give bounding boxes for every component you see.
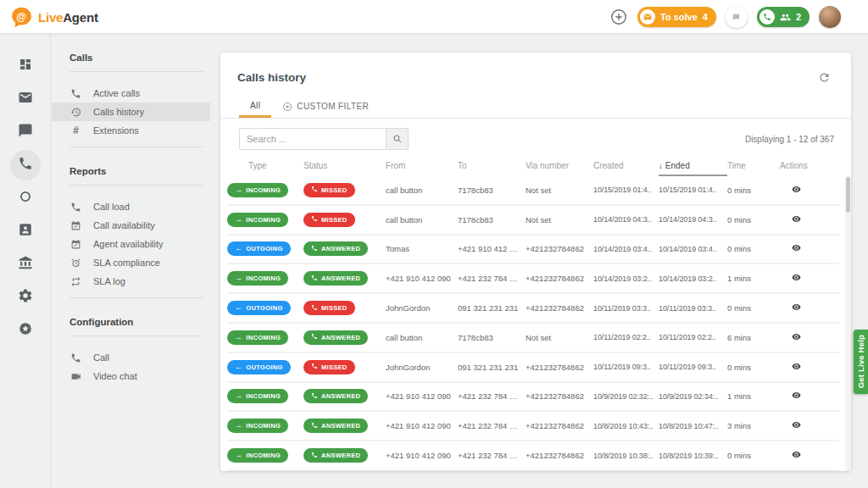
cell-from: call button	[386, 215, 458, 225]
sidebar-item-call-availability[interactable]: Call availability	[52, 216, 210, 235]
refresh-button[interactable]	[818, 71, 831, 84]
cell-to: +421 232 784 862	[458, 274, 526, 283]
table-row[interactable]: ←OUTGOINGMISSEDJohnGordon091 321 231 231…	[227, 294, 839, 324]
sidebar-item-extensions[interactable]: #Extensions	[52, 121, 210, 140]
cell-to: +421 232 784 862	[458, 451, 526, 460]
table-row[interactable]: →INCOMINGANSWERED+421 910 412 090+421 23…	[227, 264, 839, 294]
rail-item-contacts[interactable]	[10, 216, 41, 247]
cell-type: ←OUTGOING	[227, 241, 303, 256]
sidebar-item-call[interactable]: Call	[52, 348, 210, 367]
agents-online-count: 2	[796, 12, 801, 22]
sidebar-item-label: SLA log	[93, 276, 125, 286]
rail-item-extras[interactable]	[10, 315, 41, 346]
table-row[interactable]: →INCOMINGMISSEDcall button7178cb83Not se…	[227, 206, 839, 236]
cell-actions	[780, 214, 839, 225]
tab-all[interactable]: All	[239, 95, 271, 118]
cell-ended: 10/14/2019 03:4..	[659, 245, 727, 253]
add-new-button[interactable]	[609, 8, 628, 26]
gear-icon	[18, 288, 33, 307]
scrollbar-thumb[interactable]	[846, 177, 850, 213]
column-header-ended[interactable]: ↓ Ended	[659, 161, 727, 176]
sidebar-item-call-load[interactable]: Call load	[52, 197, 210, 216]
table-row[interactable]: →INCOMINGANSWERED+421 910 412 090+421 23…	[227, 441, 839, 471]
cell-actions	[780, 302, 839, 313]
cell-time: 0 mins	[727, 303, 780, 313]
table-row[interactable]: →INCOMINGANSWERED+421 910 412 090+421 23…	[227, 412, 839, 441]
sidebar-item-agent-availability[interactable]: Agent availability	[52, 235, 210, 253]
column-header-via-number[interactable]: Via number	[526, 161, 593, 175]
cell-actions	[780, 332, 839, 343]
arrow-right-icon: →	[235, 216, 242, 224]
sidebar-item-sla-compliance[interactable]: SLA compliance	[52, 253, 210, 272]
phone-icon	[311, 333, 318, 341]
arrow-right-icon: →	[235, 186, 242, 194]
rail-item-academy[interactable]	[10, 249, 41, 280]
phone-status-icon	[760, 9, 775, 25]
view-call-button[interactable]	[790, 450, 803, 461]
cell-status: ANSWERED	[303, 389, 386, 403]
search-input[interactable]	[239, 128, 387, 150]
call-status-badge: ANSWERED	[303, 448, 368, 463]
cell-type: →INCOMING	[227, 271, 303, 286]
table-row[interactable]: ←OUTGOINGMISSEDJohnGordon091 321 231 231…	[227, 353, 839, 383]
rail-item-settings[interactable]	[10, 282, 41, 313]
sidebar-item-calls-history[interactable]: Calls history	[52, 103, 210, 121]
get-live-help-button[interactable]: Get Live Help	[854, 330, 868, 394]
view-call-button[interactable]	[790, 185, 803, 196]
view-call-button[interactable]	[790, 214, 803, 225]
eye-icon	[790, 214, 803, 225]
view-call-button[interactable]	[790, 362, 803, 373]
user-avatar[interactable]	[819, 6, 841, 28]
view-call-button[interactable]	[790, 332, 803, 343]
table-row[interactable]: ←OUTGOINGANSWEREDTomas+421 910 412 090+4…	[227, 236, 839, 265]
column-header-status[interactable]: Status	[303, 161, 386, 175]
table-row[interactable]: →INCOMINGANSWEREDcall button7178cb83Not …	[227, 324, 839, 353]
call-type-badge: ←OUTGOING	[227, 360, 291, 374]
sidebar-item-label: Call	[93, 352, 109, 363]
column-header-time[interactable]: Time	[727, 161, 780, 175]
cell-from: call button	[386, 186, 458, 195]
rail-item-tickets[interactable]	[10, 84, 41, 114]
section-items: Call loadCall availabilityAgent availabi…	[52, 197, 210, 291]
eye-icon	[790, 302, 803, 313]
column-header-to[interactable]: To	[458, 161, 526, 175]
topbar: @ LiveAgent To solve 4 2	[0, 0, 868, 34]
cell-via-number: +421232784862	[526, 244, 593, 253]
cell-from: JohnGordon	[386, 363, 458, 372]
column-header-from[interactable]: From	[386, 161, 458, 175]
column-header-type[interactable]: Type	[227, 161, 303, 175]
table-header: TypeStatusFromToVia numberCreated↓ Ended…	[227, 161, 839, 175]
rail-item-loop[interactable]	[10, 183, 41, 214]
topbar-actions: To solve 4 2	[609, 0, 841, 34]
table-row[interactable]: →INCOMINGANSWERED+421 910 412 090+421 23…	[227, 383, 839, 413]
view-call-button[interactable]	[790, 273, 803, 284]
call-type-badge: →INCOMING	[227, 213, 288, 227]
table-body: →INCOMINGMISSEDcall button7178cb83Not se…	[227, 176, 839, 471]
tab-custom-filter[interactable]: CUSTOM FILTER	[271, 95, 380, 118]
sidebar-item-sla-log[interactable]: SLA log	[52, 272, 210, 291]
column-header-created[interactable]: Created	[593, 161, 659, 175]
sidebar-item-video-chat[interactable]: Video chat	[52, 367, 210, 385]
chat-widget-button[interactable]	[726, 6, 748, 28]
view-call-button[interactable]	[790, 302, 803, 313]
section-items: Active callsCalls history#Extensions	[52, 84, 210, 140]
sidebar-item-active-calls[interactable]: Active calls	[52, 84, 210, 103]
cell-actions	[780, 420, 839, 431]
rail-item-calls[interactable]	[10, 150, 41, 180]
agents-online-button[interactable]: 2	[757, 7, 810, 27]
column-header-actions[interactable]: Actions	[780, 161, 839, 175]
search-button[interactable]	[387, 128, 409, 150]
view-call-button[interactable]	[790, 420, 803, 431]
rail-item-chats[interactable]	[10, 117, 41, 147]
table-row[interactable]: →INCOMINGMISSEDcall button7178cb83Not se…	[227, 176, 839, 206]
cell-ended: 10/9/2019 02:34:..	[659, 392, 727, 401]
liveagent-logo[interactable]: @ LiveAgent	[10, 6, 98, 28]
view-call-button[interactable]	[790, 243, 803, 254]
eye-icon	[790, 420, 803, 431]
repeat-icon	[70, 276, 82, 287]
scrollbar-track[interactable]	[845, 176, 851, 471]
cell-via-number: +421232784862	[526, 363, 593, 372]
rail-item-dashboard[interactable]	[10, 51, 41, 81]
to-solve-button[interactable]: To solve 4	[637, 7, 716, 27]
view-call-button[interactable]	[790, 391, 803, 402]
